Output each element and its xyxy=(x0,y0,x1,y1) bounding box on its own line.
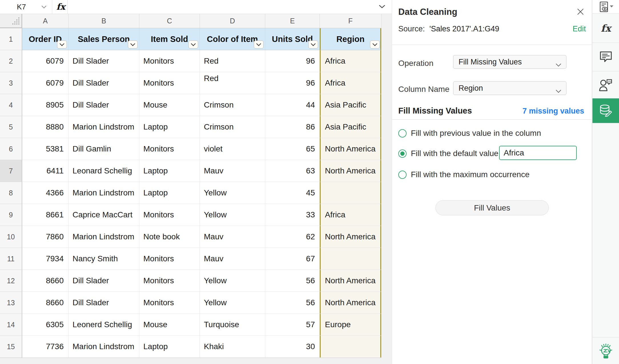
column-header-item-sold[interactable]: Item Sold xyxy=(139,28,200,50)
cell-F9[interactable]: Africa xyxy=(320,204,381,226)
cell-A8[interactable]: 4366 xyxy=(22,182,69,204)
row-header-10[interactable]: 10 xyxy=(0,226,22,248)
row-header-12[interactable]: 12 xyxy=(0,270,22,292)
cell-C13[interactable]: Monitors xyxy=(139,292,200,314)
cell-D15[interactable]: Khaki xyxy=(200,336,265,358)
cell-D10[interactable]: Mauv xyxy=(200,226,265,248)
cell-A6[interactable]: 5381 xyxy=(22,138,69,160)
cell-A12[interactable]: 8660 xyxy=(22,270,69,292)
cell-A4[interactable]: 8905 xyxy=(22,94,69,116)
cell-C11[interactable]: Monitors xyxy=(139,248,200,270)
cell-B7[interactable]: Leonard Schellig xyxy=(69,160,139,182)
cell-B13[interactable]: Dill Slader xyxy=(69,292,139,314)
cell-A13[interactable]: 8660 xyxy=(22,292,69,314)
cell-A10[interactable]: 7860 xyxy=(22,226,69,248)
fill-option-1[interactable]: Fill with the default value xyxy=(398,149,499,158)
cell-E7[interactable]: 63 xyxy=(265,160,320,182)
comments-button[interactable] xyxy=(592,43,619,71)
cell-F6[interactable]: North America xyxy=(320,138,381,160)
cell-B4[interactable]: Dill Slader xyxy=(69,94,139,116)
cell-C6[interactable]: Monitors xyxy=(139,138,200,160)
column-header-sales-person[interactable]: Sales Person xyxy=(69,28,139,50)
row-header-6[interactable]: 6 xyxy=(0,138,22,160)
missing-values-count-link[interactable]: 7 missing values xyxy=(522,107,584,116)
row-header-8[interactable]: 8 xyxy=(0,182,22,204)
row-header-11[interactable]: 11 xyxy=(0,248,22,270)
column-letter-E[interactable]: E xyxy=(265,14,320,28)
cell-F3[interactable]: Africa xyxy=(320,72,381,94)
cell-E3[interactable]: 96 xyxy=(265,72,320,94)
select-all-corner[interactable] xyxy=(0,14,22,28)
cell-B6[interactable]: Dill Gamlin xyxy=(69,138,139,160)
cell-D6[interactable]: violet xyxy=(200,138,265,160)
cell-E2[interactable]: 96 xyxy=(265,50,320,72)
cell-F12[interactable]: North America xyxy=(320,270,381,292)
formula-input[interactable] xyxy=(67,0,376,14)
column-name-dropdown[interactable]: Region xyxy=(453,81,566,95)
cell-E15[interactable]: 30 xyxy=(265,336,320,358)
cell-E9[interactable]: 33 xyxy=(265,204,320,226)
cell-A9[interactable]: 8661 xyxy=(22,204,69,226)
cell-D8[interactable]: Yellow xyxy=(200,182,265,204)
cell-A3[interactable]: 6079 xyxy=(22,72,69,94)
cell-E14[interactable]: 57 xyxy=(265,314,320,336)
cell-F7[interactable]: North America xyxy=(320,160,381,182)
cell-C4[interactable]: Mouse xyxy=(139,94,200,116)
cell-E12[interactable]: 56 xyxy=(265,270,320,292)
row-header-9[interactable]: 9 xyxy=(0,204,22,226)
cell-name-box[interactable]: K7 xyxy=(0,0,43,14)
cell-B14[interactable]: Leonerd Schellig xyxy=(69,314,139,336)
cell-D11[interactable]: Mauv xyxy=(200,248,265,270)
cell-A14[interactable]: 6305 xyxy=(22,314,69,336)
row-header-3[interactable]: 3 xyxy=(0,72,22,94)
cell-F2[interactable]: Africa xyxy=(320,50,381,72)
cell-B2[interactable]: Dill Slader xyxy=(69,50,139,72)
cell-A11[interactable]: 7934 xyxy=(22,248,69,270)
cell-B8[interactable]: Marion Lindstrom xyxy=(69,182,139,204)
cell-B10[interactable]: Marion Lindstrom xyxy=(69,226,139,248)
column-letter-C[interactable]: C xyxy=(139,14,200,28)
discuss-button[interactable] xyxy=(592,71,619,98)
cell-A5[interactable]: 8880 xyxy=(22,116,69,138)
edit-source-link[interactable]: Edit xyxy=(572,25,586,33)
filter-chevron-button[interactable] xyxy=(308,41,318,48)
fill-option-2[interactable]: Fill with the maximum occurrence xyxy=(398,170,529,179)
column-header-units-sold[interactable]: Units Sold xyxy=(265,28,320,50)
radio-button-selected[interactable] xyxy=(398,149,407,158)
cell-C7[interactable]: Laptop xyxy=(139,160,200,182)
cell-F8[interactable] xyxy=(320,182,381,204)
cell-C9[interactable]: Monitors xyxy=(139,204,200,226)
zia-assistant-button[interactable] xyxy=(592,337,619,364)
row-header-4[interactable]: 4 xyxy=(0,94,22,116)
cell-C5[interactable]: Laptop xyxy=(139,116,200,138)
column-letter-F[interactable]: F xyxy=(320,14,381,28)
cell-C3[interactable]: Monitors xyxy=(139,72,200,94)
cell-A7[interactable]: 6411 xyxy=(22,160,69,182)
cell-C10[interactable]: Note book xyxy=(139,226,200,248)
cell-F15[interactable] xyxy=(320,336,381,358)
cell-E8[interactable]: 45 xyxy=(265,182,320,204)
filter-chevron-button[interactable] xyxy=(188,41,198,48)
cell-F11[interactable] xyxy=(320,248,381,270)
cell-C12[interactable]: Monitors xyxy=(139,270,200,292)
data-cleaning-tool-button-active[interactable] xyxy=(592,98,619,123)
cell-E11[interactable]: 67 xyxy=(265,248,320,270)
cell-D5[interactable]: Crimson xyxy=(200,116,265,138)
filter-chevron-button[interactable] xyxy=(57,41,67,48)
row-header-5[interactable]: 5 xyxy=(0,116,22,138)
functions-button[interactable]: fx xyxy=(592,14,619,43)
cell-D7[interactable]: Mauv xyxy=(200,160,265,182)
cell-D2[interactable]: Red xyxy=(200,50,265,72)
cell-E5[interactable]: 86 xyxy=(265,116,320,138)
cell-F14[interactable]: Europe xyxy=(320,314,381,336)
column-letter-D[interactable]: D xyxy=(200,14,265,28)
name-box-chevron-icon[interactable] xyxy=(41,5,47,10)
row-header-14[interactable]: 14 xyxy=(0,314,22,336)
cell-D14[interactable]: Turquoise xyxy=(200,314,265,336)
column-header-color-of-item[interactable]: Color of Item xyxy=(200,28,265,50)
radio-button[interactable] xyxy=(398,129,407,137)
cell-A2[interactable]: 6079 xyxy=(22,50,69,72)
cell-C8[interactable]: Laptop xyxy=(139,182,200,204)
formula-bar-collapse-chevron-icon[interactable] xyxy=(378,4,386,10)
cell-E13[interactable]: 56 xyxy=(265,292,320,314)
